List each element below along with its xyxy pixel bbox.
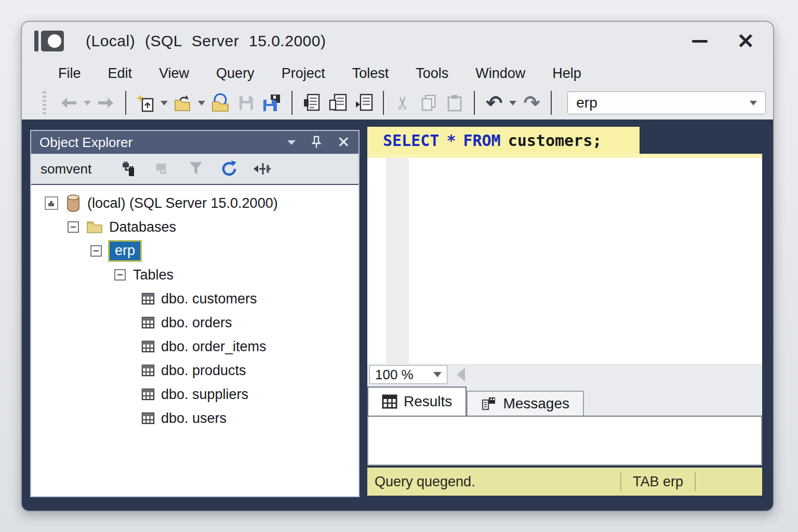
script-copy-icon[interactable] xyxy=(327,91,349,114)
open-file-caret-icon[interactable] xyxy=(198,101,205,105)
ssms-window: (Local) (SQL Server 15.0.2000) ✕ File Ed… xyxy=(21,21,774,512)
menu-project[interactable]: Project xyxy=(282,65,325,82)
undo-icon[interactable]: ↶ xyxy=(483,91,505,114)
tree-node-label: dbo. order_items xyxy=(161,339,267,355)
disconnect-icon[interactable] xyxy=(153,159,172,179)
toolbar-separator xyxy=(291,91,292,115)
database-combobox[interactable]: erp xyxy=(567,91,766,114)
toolbar-separator xyxy=(474,91,475,115)
panel-close-icon[interactable]: ✕ xyxy=(337,136,350,149)
collapse-expander-icon[interactable] xyxy=(68,221,79,233)
status-database-label: TAB erp xyxy=(633,474,683,490)
save-icon[interactable] xyxy=(235,91,257,114)
toolbar-separator xyxy=(125,91,126,115)
tree-node-table[interactable]: dbo. orders xyxy=(31,311,358,335)
window-title: (Local) (SQL Server 15.0.2000) xyxy=(86,32,326,50)
redo-icon[interactable]: ↷ xyxy=(521,91,542,114)
panel-menu-caret-icon[interactable] xyxy=(287,140,296,145)
tab-results[interactable]: Results xyxy=(367,387,467,416)
script-run-icon[interactable] xyxy=(353,91,375,114)
new-query-icon[interactable] xyxy=(135,91,156,114)
tree-node-tables[interactable]: Tables xyxy=(31,263,358,287)
query-tab-bar: SELECT * FROM customers; xyxy=(367,127,762,154)
tree-node-erp[interactable]: erp xyxy=(31,239,358,263)
tree-node-label: dbo. products xyxy=(161,363,246,379)
selected-database-node[interactable]: erp xyxy=(108,240,142,262)
tree-node-label: Tables xyxy=(133,267,174,283)
zoom-level-combobox[interactable]: 100 % xyxy=(369,365,447,384)
query-tab-underline xyxy=(367,154,762,158)
tree-node-label: Databases xyxy=(109,219,176,235)
results-tab-bar: Results Messages xyxy=(367,385,762,416)
paste-icon[interactable] xyxy=(444,91,466,114)
messages-icon xyxy=(481,396,497,411)
hscroll-left-arrow-icon[interactable] xyxy=(457,368,465,381)
activity-monitor-icon[interactable] xyxy=(252,159,272,179)
tree-node-databases[interactable]: Databases xyxy=(31,215,358,239)
menu-file[interactable]: File xyxy=(58,65,81,82)
collapse-expander-icon[interactable] xyxy=(114,269,126,281)
status-separator xyxy=(695,472,696,491)
results-grid-area[interactable] xyxy=(367,416,762,466)
tab-messages[interactable]: Messages xyxy=(467,391,584,416)
object-explorer-toolbar-label: somvent xyxy=(41,161,91,177)
copy-icon[interactable] xyxy=(418,91,440,114)
cut-icon[interactable]: ✂ xyxy=(392,91,414,114)
menu-tools[interactable]: Tools xyxy=(416,65,448,82)
filter-icon[interactable] xyxy=(186,159,206,179)
tree-node-table[interactable]: dbo. order_items xyxy=(31,335,358,358)
collapse-expander-icon[interactable] xyxy=(90,245,102,257)
query-panel: SELECT * FROM customers; 100 % xyxy=(367,127,762,496)
tree-node-table[interactable]: dbo. customers xyxy=(31,287,358,311)
folder-icon xyxy=(86,220,103,234)
navigate-forward-icon[interactable] xyxy=(95,91,117,114)
workspace: Object Explorer ✕ somvent xyxy=(22,119,773,511)
tree-node-table[interactable]: dbo. products xyxy=(31,358,358,382)
sql-keyword-select: SELECT xyxy=(383,131,439,150)
object-explorer-title: Object Explorer xyxy=(39,135,132,151)
table-icon xyxy=(141,364,155,377)
query-editor-tab[interactable]: SELECT * FROM customers; xyxy=(367,127,640,154)
menu-view[interactable]: View xyxy=(159,65,189,82)
sql-editor-area[interactable] xyxy=(367,158,762,364)
toolbar-separator xyxy=(383,91,384,115)
tree-node-label: dbo. suppliers xyxy=(161,387,248,403)
save-all-icon[interactable] xyxy=(261,91,283,114)
navigate-history-caret-icon[interactable] xyxy=(84,101,91,105)
tree-node-table[interactable]: dbo. suppliers xyxy=(31,382,358,406)
table-icon xyxy=(141,388,155,401)
toolbar-separator xyxy=(551,91,552,115)
navigate-back-icon[interactable] xyxy=(58,91,79,114)
tree-node-server[interactable]: (local) (SQL Server 15.0.2000) xyxy=(31,191,358,215)
menu-query[interactable]: Query xyxy=(216,65,255,82)
undo-history-caret-icon[interactable] xyxy=(509,101,516,105)
tree-node-label: (local) (SQL Server 15.0.2000) xyxy=(87,195,278,211)
tree-node-table[interactable]: dbo. users xyxy=(31,406,358,430)
menu-tolest[interactable]: Tolest xyxy=(352,65,389,82)
refresh-icon[interactable] xyxy=(219,159,239,179)
connect-icon[interactable] xyxy=(119,159,139,179)
tree-node-label: dbo. orders xyxy=(161,315,232,331)
app-logo-icon xyxy=(34,31,64,51)
tab-results-label: Results xyxy=(404,393,452,410)
menu-bar: File Edit View Query Project Tolest Tool… xyxy=(22,60,773,86)
table-icon xyxy=(141,316,155,329)
menu-window[interactable]: Window xyxy=(475,65,525,82)
table-icon xyxy=(141,411,155,425)
close-button[interactable]: ✕ xyxy=(737,33,754,49)
sql-star: * xyxy=(446,131,456,150)
title-bar: (Local) (SQL Server 15.0.2000) ✕ xyxy=(22,22,773,60)
new-query-caret-icon[interactable] xyxy=(161,101,168,105)
open-server-file-icon[interactable] xyxy=(209,91,231,114)
status-bar: Query quegend. TAB erp xyxy=(367,468,762,496)
open-file-icon[interactable] xyxy=(172,91,194,114)
menu-help[interactable]: Help xyxy=(552,65,581,82)
menu-edit[interactable]: Edit xyxy=(108,65,132,82)
object-explorer-header: Object Explorer ✕ xyxy=(31,131,358,154)
object-explorer-tree: (local) (SQL Server 15.0.2000) Databases xyxy=(31,185,358,496)
pin-icon[interactable] xyxy=(311,135,322,150)
server-expander-icon[interactable] xyxy=(45,196,58,210)
toolbar-grip[interactable] xyxy=(43,91,46,114)
minimize-button[interactable] xyxy=(692,40,708,43)
script-file-icon[interactable] xyxy=(301,91,323,114)
